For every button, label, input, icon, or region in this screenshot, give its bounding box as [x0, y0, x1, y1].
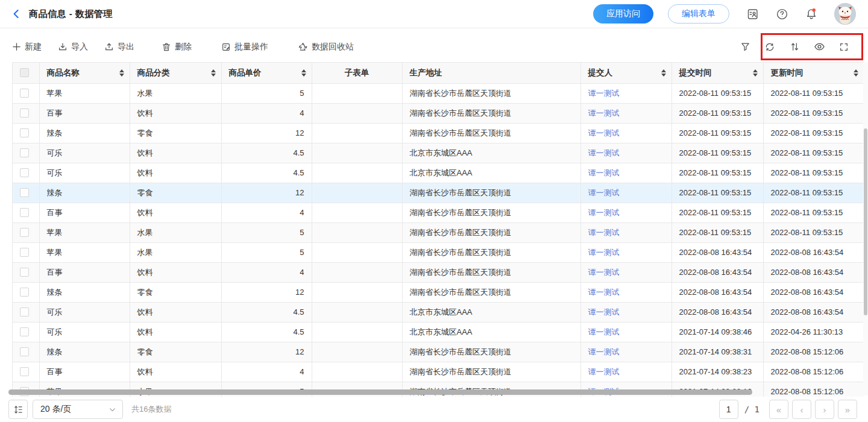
- cell-submitter[interactable]: 谭一测试: [580, 143, 671, 163]
- cell-update_time: 2022-08-11 09:53:15: [763, 163, 863, 183]
- delete-button[interactable]: 删除: [162, 42, 192, 52]
- row-checkbox[interactable]: [20, 268, 29, 277]
- cell-subform: [312, 83, 402, 103]
- sort-icon[interactable]: [788, 41, 800, 53]
- cell-submitter[interactable]: 谭一测试: [580, 322, 671, 342]
- row-checkbox[interactable]: [20, 367, 29, 376]
- contacts-icon[interactable]: [746, 7, 759, 20]
- visibility-icon[interactable]: [813, 41, 825, 53]
- cell-update_time: 2022-08-08 15:12:06: [763, 342, 863, 362]
- help-icon[interactable]: [775, 7, 788, 20]
- column-header-submit_time[interactable]: 提交时间: [671, 63, 763, 83]
- row-checkbox[interactable]: [20, 347, 29, 356]
- row-checkbox[interactable]: [20, 248, 29, 257]
- edit-form-button[interactable]: 编辑表单: [668, 4, 729, 24]
- page-title: 商品信息 - 数据管理: [29, 8, 113, 20]
- row-checkbox[interactable]: [20, 168, 29, 177]
- cell-checkbox: [13, 222, 39, 242]
- row-checkbox[interactable]: [20, 208, 29, 217]
- select-all-checkbox[interactable]: [20, 68, 29, 77]
- new-button[interactable]: 新建: [12, 42, 42, 52]
- cell-submit_time: 2022-08-11 09:53:15: [671, 103, 763, 123]
- batch-operation-button[interactable]: 批量操作: [221, 42, 268, 52]
- next-page-button[interactable]: ›: [815, 400, 834, 419]
- row-checkbox[interactable]: [20, 128, 29, 137]
- cell-submitter[interactable]: 谭一测试: [580, 83, 671, 103]
- row-checkbox[interactable]: [20, 288, 29, 297]
- cell-submitter[interactable]: 谭一测试: [580, 123, 671, 143]
- cell-update_time: 2022-08-11 09:53:15: [763, 143, 863, 163]
- cell-update_time: 2022-08-11 09:53:15: [763, 123, 863, 143]
- vertical-scrollbar-thumb[interactable]: [864, 128, 867, 315]
- import-icon: [58, 42, 68, 52]
- export-button[interactable]: 导出: [104, 42, 134, 52]
- sort-caret-icon: [119, 69, 124, 77]
- row-checkbox[interactable]: [20, 307, 29, 316]
- cell-category: 零食: [130, 183, 221, 203]
- column-header-subform: 子表单: [312, 63, 402, 83]
- row-checkbox[interactable]: [20, 89, 29, 98]
- recycle-bin-button[interactable]: 数据回收站: [298, 42, 354, 52]
- total-count-text: 共16条数据: [131, 404, 171, 415]
- row-checkbox[interactable]: [20, 148, 29, 157]
- table-row: 可乐饮料4.5北京市东城区AAA谭一测试2022-08-11 09:53:152…: [13, 143, 863, 163]
- cell-name: 辣条: [39, 282, 130, 302]
- app-access-button[interactable]: 应用访问: [593, 4, 653, 24]
- cell-update_time: 2022-08-11 09:53:15: [763, 203, 863, 222]
- notification-bell-icon[interactable]: [805, 7, 818, 20]
- cell-update_time: 2022-08-08 16:43:54: [763, 302, 863, 322]
- select-all-header[interactable]: [13, 63, 39, 83]
- page-size-select[interactable]: 20 条/页: [33, 400, 123, 419]
- cell-submitter[interactable]: 谭一测试: [580, 262, 671, 282]
- cell-checkbox: [13, 322, 39, 342]
- horizontal-scrollbar-thumb[interactable]: [8, 389, 752, 395]
- cell-name: 辣条: [39, 123, 130, 143]
- filter-icon[interactable]: [739, 41, 751, 53]
- column-label: 提交人: [588, 68, 613, 77]
- cell-price: 5: [221, 242, 312, 262]
- row-checkbox[interactable]: [20, 109, 29, 118]
- cell-submitter[interactable]: 谭一测试: [580, 222, 671, 242]
- row-checkbox[interactable]: [20, 188, 29, 197]
- cell-price: 4.5: [221, 163, 312, 183]
- cell-price: 5: [221, 222, 312, 242]
- current-page-input[interactable]: [719, 400, 738, 419]
- column-header-update_time[interactable]: 更新时间: [763, 63, 863, 83]
- cell-submit_time: 2022-08-08 16:43:54: [671, 282, 763, 302]
- cell-submitter[interactable]: 谭一测试: [580, 302, 671, 322]
- cell-submitter[interactable]: 谭一测试: [580, 242, 671, 262]
- row-checkbox[interactable]: [20, 327, 29, 336]
- last-page-button[interactable]: »: [838, 400, 857, 419]
- column-header-category[interactable]: 商品分类: [130, 63, 221, 83]
- fullscreen-icon[interactable]: [838, 41, 850, 53]
- row-height-button[interactable]: [8, 400, 28, 419]
- vertical-scrollbar[interactable]: [863, 62, 868, 395]
- column-header-name[interactable]: 商品名称: [39, 63, 130, 83]
- column-header-price[interactable]: 商品单价: [221, 63, 312, 83]
- first-page-button[interactable]: «: [769, 400, 788, 419]
- refresh-icon[interactable]: [764, 41, 776, 53]
- cell-submitter[interactable]: 谭一测试: [580, 103, 671, 123]
- cell-submitter[interactable]: 谭一测试: [580, 342, 671, 362]
- cell-submitter[interactable]: 谭一测试: [580, 203, 671, 222]
- row-checkbox[interactable]: [20, 228, 29, 237]
- cell-submitter[interactable]: 谭一测试: [580, 163, 671, 183]
- cell-category: 饮料: [130, 322, 221, 342]
- cell-submitter[interactable]: 谭一测试: [580, 282, 671, 302]
- sort-caret-icon: [301, 69, 306, 77]
- table-row: 可乐饮料4.5北京市东城区AAA谭一测试2022-08-08 16:43:542…: [13, 302, 863, 322]
- back-button[interactable]: [10, 7, 23, 20]
- cell-submitter[interactable]: 谭一测试: [580, 183, 671, 203]
- cell-category: 饮料: [130, 302, 221, 322]
- cell-submit_time: 2022-08-11 09:53:15: [671, 163, 763, 183]
- cell-submitter[interactable]: 谭一测试: [580, 362, 671, 382]
- prev-page-button[interactable]: ‹: [792, 400, 811, 419]
- cell-submit_time: 2022-08-08 16:43:54: [671, 262, 763, 282]
- user-avatar[interactable]: [834, 3, 856, 25]
- column-header-submitter[interactable]: 提交人: [580, 63, 671, 83]
- cell-submit_time: 2022-08-08 16:43:54: [671, 242, 763, 262]
- table-row: 苹果水果5湖南省长沙市岳麓区天顶街道谭一测试2022-08-11 09:53:1…: [13, 83, 863, 103]
- cell-submit_time: 2022-08-11 09:53:15: [671, 203, 763, 222]
- import-button[interactable]: 导入: [58, 42, 88, 52]
- cell-category: 水果: [130, 83, 221, 103]
